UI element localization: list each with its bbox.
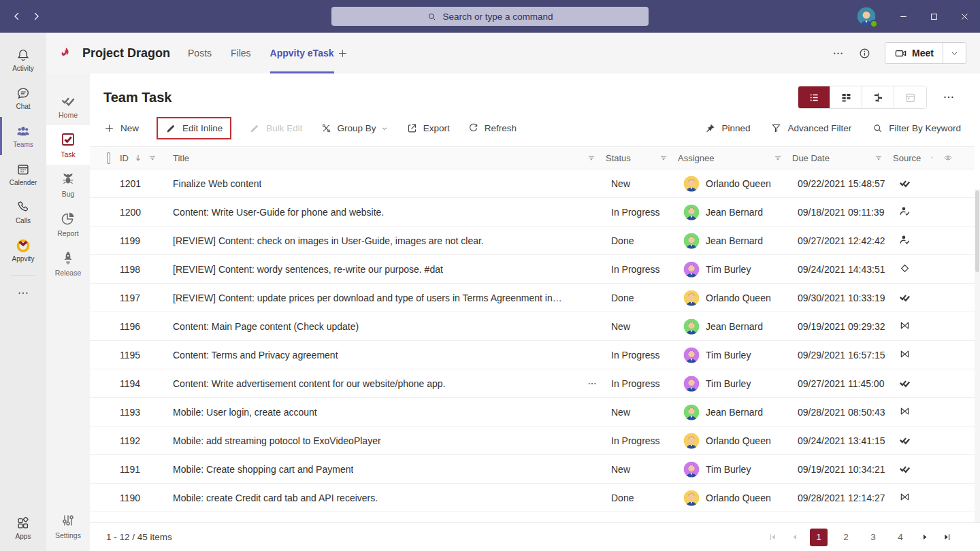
- table-row[interactable]: 1196 Content: Main Page content (Check u…: [90, 312, 980, 341]
- task-due-date: 09/18/2021 09:11:39: [798, 207, 898, 218]
- task-status: In Progress: [611, 435, 683, 446]
- search-input[interactable]: Search or type a command: [331, 7, 649, 26]
- channel-more-icon[interactable]: [832, 47, 845, 60]
- team-logo-dragon-icon: [59, 46, 72, 60]
- next-page-button[interactable]: [919, 531, 931, 544]
- source-icon: [898, 462, 911, 475]
- task-title: Content: Write advertisement content for…: [173, 378, 446, 389]
- etask-nav-task[interactable]: Task: [46, 125, 90, 165]
- list-view-button[interactable]: [798, 86, 830, 108]
- tab-posts[interactable]: Posts: [188, 33, 212, 73]
- table-row[interactable]: 1192 Mobile: add streaming potocol to Ex…: [90, 427, 980, 455]
- teams-icon: [16, 124, 31, 139]
- release-icon: [60, 250, 76, 266]
- view-more-icon[interactable]: [942, 90, 956, 104]
- vertical-scrollbar[interactable]: [975, 189, 980, 522]
- minimize-button[interactable]: [888, 0, 919, 33]
- source-icon: [898, 290, 911, 303]
- sidebar-item-appvity[interactable]: Appvity: [0, 231, 46, 269]
- gantt-view-button[interactable]: [862, 86, 894, 108]
- select-all-checkbox[interactable]: [107, 152, 110, 164]
- column-header-source[interactable]: Source: [893, 153, 921, 163]
- pinned-button[interactable]: Pinned: [704, 122, 750, 134]
- bulk-edit-label: Bulk Edit: [266, 123, 302, 133]
- table-row[interactable]: 1198 [REVIEW] Content: wordy sentences, …: [90, 255, 980, 284]
- task-due-date: 09/22/2021 15:48:57: [798, 178, 898, 189]
- bulk-edit-button[interactable]: Bulk Edit: [249, 122, 302, 134]
- table-row[interactable]: 1193 Mobile: User login, create account …: [90, 398, 980, 427]
- table-row[interactable]: 1195 Content: Terms and Privacy agreemen…: [90, 341, 980, 369]
- page-button-2[interactable]: 2: [837, 529, 855, 546]
- pinned-label: Pinned: [721, 123, 750, 133]
- etask-nav-label: Home: [59, 111, 78, 119]
- filter-icon[interactable]: [773, 153, 783, 163]
- task-title: Finalize Web content: [173, 178, 261, 189]
- teams-titlebar: Search or type a command: [0, 0, 980, 33]
- etask-nav-home[interactable]: Home: [46, 86, 90, 125]
- etask-nav-bug[interactable]: Bug: [46, 165, 90, 204]
- close-button[interactable]: [949, 0, 980, 33]
- tab-files[interactable]: Files: [231, 33, 251, 73]
- filter-icon[interactable]: [148, 153, 157, 163]
- column-header-assignee[interactable]: Assignee: [678, 153, 714, 163]
- sidebar-item-label: Teams: [13, 141, 33, 148]
- refresh-button[interactable]: Refresh: [468, 122, 517, 134]
- export-button[interactable]: Export: [406, 122, 450, 134]
- edit-inline-button[interactable]: Edit Inline: [157, 117, 231, 139]
- info-icon[interactable]: [858, 47, 871, 60]
- table-row[interactable]: 1194 Content: Write advertisement conten…: [90, 369, 980, 398]
- sidebar-more-button[interactable]: [0, 281, 46, 305]
- sidebar-item-label: Chat: [16, 103, 30, 110]
- table-row[interactable]: 1197 [REVIEW] Content: update prices per…: [90, 284, 980, 312]
- table-row[interactable]: 1199 [REVIEW] Content: check on images i…: [90, 227, 980, 255]
- column-header-status[interactable]: Status: [606, 153, 631, 163]
- filter-icon[interactable]: [587, 153, 596, 163]
- meet-dropdown-button[interactable]: [943, 43, 966, 63]
- forward-icon[interactable]: [30, 10, 42, 22]
- page-button-4[interactable]: 4: [892, 529, 909, 546]
- board-view-button[interactable]: [830, 86, 862, 108]
- etask-nav-settings[interactable]: Settings: [46, 506, 90, 546]
- table-row[interactable]: 1190 Mobile: create Credit card tab and …: [90, 484, 980, 512]
- last-page-button[interactable]: [941, 531, 953, 544]
- etask-nav-release[interactable]: Release: [46, 244, 90, 283]
- sidebar-item-apps[interactable]: Apps: [0, 509, 46, 547]
- eye-icon[interactable]: [943, 153, 953, 163]
- etask-nav-report[interactable]: Report: [46, 204, 90, 244]
- row-more-icon[interactable]: [587, 378, 602, 389]
- column-header-due-date[interactable]: Due Date: [792, 153, 830, 163]
- task-status: New: [611, 464, 683, 475]
- table-row[interactable]: 1191 Mobile: Create shopping cart and Pa…: [90, 455, 980, 484]
- add-tab-button[interactable]: [337, 48, 348, 59]
- table-row[interactable]: 1200 Content: Write User-Guide for phone…: [90, 198, 980, 227]
- sidebar-item-teams[interactable]: Teams: [0, 117, 46, 155]
- sidebar-item-calender[interactable]: Calender: [0, 155, 46, 193]
- meet-button[interactable]: Meet: [885, 47, 943, 60]
- first-page-button[interactable]: [766, 531, 779, 544]
- group-by-icon: [321, 122, 332, 134]
- maximize-button[interactable]: [919, 0, 949, 33]
- assignee-name: Jean Bernard: [706, 207, 763, 218]
- sidebar-item-calls[interactable]: Calls: [0, 193, 46, 231]
- filter-by-keyword-button[interactable]: Filter By Keyword: [872, 122, 961, 134]
- filter-icon[interactable]: [659, 153, 668, 163]
- table-row[interactable]: 1201 Finalize Web content New Orlando Qu…: [90, 169, 980, 198]
- filter-icon[interactable]: [874, 153, 883, 163]
- sidebar-item-activity[interactable]: Activity: [0, 41, 46, 79]
- sort-descending-icon[interactable]: [133, 153, 143, 163]
- page-button-1[interactable]: 1: [810, 529, 828, 546]
- column-header-title[interactable]: Title: [173, 153, 189, 163]
- new-button[interactable]: New: [103, 122, 139, 134]
- column-header-id[interactable]: ID: [120, 153, 129, 163]
- avatar[interactable]: [857, 7, 876, 26]
- group-by-button[interactable]: Group By: [321, 122, 389, 134]
- tab-appvity-etask[interactable]: Appvity eTask: [270, 33, 334, 73]
- previous-page-button[interactable]: [788, 531, 800, 544]
- calendar-view-button[interactable]: [894, 86, 926, 108]
- page-button-3[interactable]: 3: [864, 529, 882, 546]
- back-icon[interactable]: [11, 10, 23, 22]
- advanced-filter-button[interactable]: Advanced Filter: [770, 122, 851, 134]
- task-title: Content: Terms and Privacy agreement: [173, 350, 338, 361]
- filter-icon[interactable]: [930, 153, 934, 163]
- sidebar-item-chat[interactable]: Chat: [0, 79, 46, 117]
